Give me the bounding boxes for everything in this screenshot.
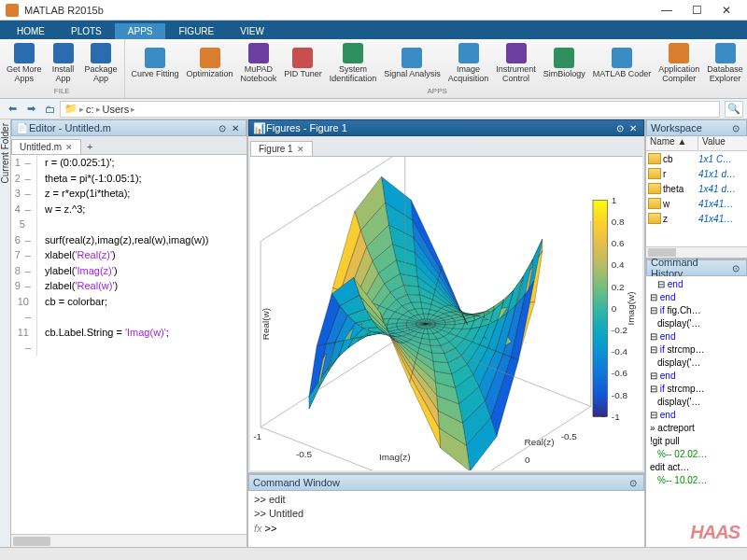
code-line[interactable]: 9 –zlabel('Real(w)') [11,278,247,294]
code-line[interactable]: 2 –theta = pi*(-1:0.05:1); [11,171,247,187]
figure-axes[interactable]: -1-0.500.51-1-0.500.51-1-0.500.51Real(w)… [250,157,642,470]
app-button-get-more-apps[interactable]: Get More Apps [3,41,46,86]
app-button-mupad-notebook[interactable]: MuPAD Notebook [237,41,281,86]
history-entry[interactable]: edit act… [650,461,743,474]
history-entry[interactable]: ⊟ end [650,330,743,343]
editor-file-tab[interactable]: Untitled.m ✕ [11,139,81,154]
svg-text:0.2: 0.2 [612,282,625,292]
app-button-system-identification[interactable]: System Identification [326,41,381,86]
history-entry[interactable]: ⊟ if fig.Ch… [650,304,743,317]
line-number: 1 – [11,155,37,171]
app-button-instrument-control[interactable]: Instrument Control [492,41,540,86]
ribbon-tab-apps[interactable]: APPS [115,23,166,39]
minimize-button[interactable]: — [652,1,682,20]
ribbon-tab-home[interactable]: HOME [4,23,58,39]
history-entry[interactable]: %-- 02.02… [650,448,743,461]
figures-panel: 📊 Figures - Figure 1 ⊙ ✕ Figure 1 ✕ -1-0… [248,119,644,474]
workspace-variable[interactable]: theta1x41 d… [646,181,747,196]
app-button-application-compiler[interactable]: Application Compiler [655,41,703,86]
code-line[interactable]: 3 –z = r*exp(1i*theta); [11,186,247,202]
close-panel-icon[interactable]: ✕ [229,121,242,134]
breadcrumb-part[interactable]: c: [86,104,94,115]
workspace-variable[interactable]: w41x41… [646,196,747,211]
code-editor[interactable]: 1 –r = (0:0.025:1)';2 –theta = pi*(-1:0.… [11,155,247,534]
ribbon-tab-plots[interactable]: PLOTS [58,23,115,39]
workspace-col-value[interactable]: Value [698,136,747,150]
maximize-panel-icon[interactable]: ⊙ [613,121,627,134]
app-button-simbiology[interactable]: SimBiology [540,41,589,86]
line-number: 4 – [11,202,37,217]
close-tab-icon[interactable]: ✕ [297,145,304,154]
workspace-col-name[interactable]: Name ▲ [646,136,698,150]
history-entry[interactable]: ⊟ end [650,278,743,291]
code-line[interactable]: 11 –cb.Label.String = 'Imag(w)'; [11,325,247,356]
history-entry[interactable]: display('… [650,357,743,370]
workspace-horizontal-scrollbar[interactable] [646,246,747,258]
panel-menu-icon[interactable]: ⊙ [729,261,742,274]
app-button-curve-fitting[interactable]: Curve Fitting [128,41,183,86]
command-window-titlebar[interactable]: Command Window ⊙ [248,474,644,491]
maximize-button[interactable]: ☐ [682,1,712,20]
close-panel-icon[interactable]: ✕ [627,121,640,134]
code-line[interactable]: 4 –w = z.^3; [11,202,247,217]
maximize-panel-icon[interactable]: ⊙ [216,121,229,134]
current-folder-collapsed[interactable]: Current Folder [0,119,11,547]
app-button-pid-tuner[interactable]: PID Tuner [280,41,326,86]
history-entry[interactable]: !git pull [650,435,743,448]
panel-menu-icon[interactable]: ⊙ [627,476,640,489]
breadcrumb-part[interactable]: Users [103,104,130,115]
command-history-titlebar[interactable]: Command History ⊙ [646,259,747,276]
up-folder-button[interactable]: 🗀 [41,101,58,118]
code-line[interactable]: 8 –ylabel('Imag(z)') [11,263,247,279]
app-button-image-acquisition[interactable]: Image Acquisition [444,41,493,86]
code-text: ylabel('Imag(z)') [37,263,118,279]
app-label: Install App [52,65,75,84]
forward-button[interactable]: ➡ [22,101,39,118]
code-line[interactable]: 7 –xlabel('Real(z)') [11,247,247,263]
code-line[interactable]: 6 –surf(real(z),imag(z),real(w),imag(w)) [11,232,247,248]
editor-titlebar[interactable]: 📄 Editor - Untitled.m ⊙ ✕ [11,119,247,136]
app-icon [343,43,363,63]
app-button-package-app[interactable]: Package App [81,41,121,86]
figures-titlebar[interactable]: 📊 Figures - Figure 1 ⊙ ✕ [248,119,644,136]
cmd-prompt[interactable]: fx >> [254,522,639,536]
history-entry[interactable]: ⊟ end [650,409,743,422]
history-entry[interactable]: ⊟ end [650,370,743,383]
code-line[interactable]: 5 [11,217,247,232]
code-line[interactable]: 10 –cb = colorbar; [11,294,247,325]
history-entry[interactable]: » actreport [650,422,743,435]
breadcrumb[interactable]: 📁 ▸ c: ▸ Users ▸ [60,101,720,118]
app-button-signal-analysis[interactable]: Signal Analysis [380,41,444,86]
history-entry[interactable]: display('… [650,317,743,330]
back-button[interactable]: ⬅ [4,101,21,118]
close-tab-icon[interactable]: ✕ [65,143,73,152]
ribbon-tab-view[interactable]: VIEW [227,23,277,39]
ribbon-tab-figure[interactable]: FIGURE [165,23,227,39]
app-button-matlab-coder[interactable]: MATLAB Coder [589,41,655,86]
workspace-variable[interactable]: cb1x1 C… [646,151,747,166]
history-entry[interactable]: display('… [650,396,743,409]
workspace-titlebar[interactable]: Workspace ⊙ [646,119,747,136]
code-line[interactable]: 1 –r = (0:0.025:1)'; [11,155,247,171]
panel-menu-icon[interactable]: ⊙ [729,121,742,134]
history-entry[interactable]: ⊟ if strcmp… [650,343,743,357]
app-button-database-explorer[interactable]: Database Explorer [703,41,747,86]
command-history[interactable]: ⊟ end⊟ end⊟ if fig.Ch…display('…⊟ end⊟ i… [646,276,747,547]
workspace-body[interactable]: cb1x1 C…r41x1 d…theta1x41 d…w41x41…z41x4… [646,151,747,246]
figure-tab[interactable]: Figure 1 ✕ [250,141,313,156]
new-tab-button[interactable]: + [81,139,98,154]
ribbon-tabstrip: HOMEPLOTSAPPSFIGUREVIEW [0,21,747,39]
app-button-optimization[interactable]: Optimization [183,41,237,86]
workspace-variable[interactable]: z41x41… [646,211,747,226]
history-entry[interactable]: ⊟ end [650,291,743,304]
app-button-install-app[interactable]: Install App [46,41,81,86]
history-entry[interactable]: ⊟ if strcmp… [650,383,743,396]
workspace-variable[interactable]: r41x1 d… [646,166,747,181]
workspace-header[interactable]: Name ▲ Value [646,136,747,151]
cmd-line: >> edit [254,493,639,507]
history-entry[interactable]: %-- 10.02… [650,474,743,487]
command-window[interactable]: >> edit>> Untitledfx >> [248,491,644,547]
close-button[interactable]: ✕ [712,1,741,20]
path-search-button[interactable]: 🔍 [725,101,743,118]
editor-horizontal-scrollbar[interactable] [11,534,247,547]
